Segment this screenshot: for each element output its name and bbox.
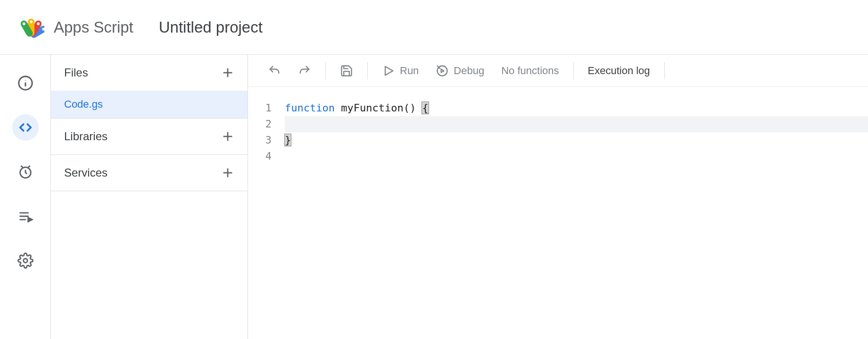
apps-script-logo: [18, 14, 44, 41]
run-label: Run: [400, 65, 419, 77]
file-panel: Files Code.gs Libraries Services: [51, 55, 248, 339]
run-button[interactable]: Run: [375, 60, 425, 81]
nav-editor[interactable]: [12, 114, 39, 141]
save-button[interactable]: [333, 60, 360, 81]
undo-button[interactable]: [261, 60, 288, 81]
app-name: Apps Script: [54, 18, 133, 36]
app-header: Apps Script Untitled project: [0, 0, 868, 55]
services-label: Services: [64, 166, 107, 179]
code-line: function myFunction() {: [285, 100, 868, 116]
toolbar-separator: [573, 62, 574, 79]
project-title[interactable]: Untitled project: [159, 18, 263, 36]
line-gutter: 1 2 3 4: [248, 100, 285, 339]
svg-marker-23: [385, 66, 393, 75]
add-service-button[interactable]: [218, 163, 237, 182]
line-number: 2: [248, 116, 272, 132]
toolbar-separator: [325, 62, 326, 79]
execution-log-button[interactable]: Execution log: [581, 61, 657, 81]
line-number: 1: [248, 100, 272, 116]
svg-point-16: [23, 259, 27, 263]
libraries-label: Libraries: [64, 130, 107, 143]
nav-triggers[interactable]: [12, 159, 39, 185]
files-label: Files: [64, 66, 88, 79]
toolbar-separator: [664, 62, 665, 79]
svg-marker-25: [441, 69, 444, 72]
nav-executions[interactable]: [12, 203, 39, 229]
add-library-button[interactable]: [218, 127, 237, 146]
function-selector[interactable]: No functions: [495, 61, 565, 81]
svg-marker-15: [28, 218, 32, 222]
add-file-button[interactable]: [218, 63, 237, 82]
debug-button[interactable]: Debug: [429, 60, 491, 81]
svg-point-6: [30, 20, 33, 23]
toolbar-separator: [367, 62, 368, 79]
nav-settings[interactable]: [12, 247, 39, 274]
line-number: 4: [248, 148, 272, 164]
code-line: [285, 116, 868, 132]
editor-toolbar: Run Debug No functions Execution log: [248, 55, 868, 87]
file-item-code-gs[interactable]: Code.gs: [51, 91, 248, 118]
services-section-header: Services: [51, 155, 248, 191]
debug-label: Debug: [454, 65, 484, 77]
nav-overview[interactable]: [12, 70, 39, 96]
line-number: 3: [248, 132, 272, 148]
nav-rail: [0, 55, 51, 339]
redo-button[interactable]: [291, 60, 318, 81]
editor-area: Run Debug No functions Execution log: [248, 55, 868, 339]
code-content[interactable]: function myFunction() { }: [285, 100, 868, 339]
libraries-section-header: Libraries: [51, 119, 248, 154]
code-line: }: [285, 132, 868, 148]
files-section-header: Files: [51, 55, 248, 91]
main-content: Files Code.gs Libraries Services: [0, 55, 868, 339]
code-editor[interactable]: 1 2 3 4 function myFunction() { }: [248, 87, 868, 339]
